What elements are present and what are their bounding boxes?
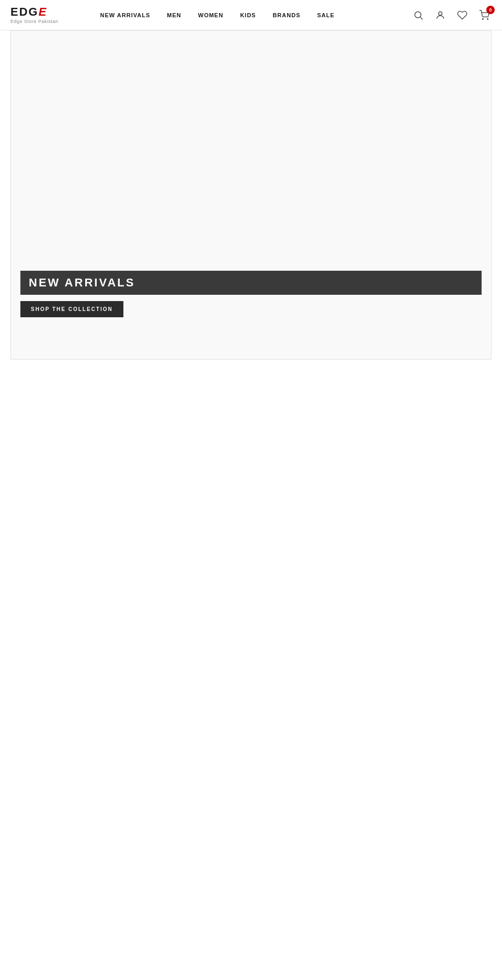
svg-point-4 (487, 18, 488, 19)
search-icon (413, 10, 424, 20)
svg-point-2 (439, 11, 442, 15)
below-hero-space (10, 360, 492, 980)
account-icon (435, 10, 446, 20)
svg-point-0 (415, 11, 421, 18)
wishlist-icon (457, 10, 467, 20)
main-content: NEW ARRIVALS SHOP THE COLLECTION (0, 30, 502, 980)
cart-badge: 0 (486, 6, 495, 14)
nav-item-men[interactable]: MEN (167, 12, 181, 18)
nav-item-sale[interactable]: SALE (317, 12, 334, 18)
hero-section: NEW ARRIVALS SHOP THE COLLECTION (10, 30, 492, 360)
hero-badge: NEW ARRIVALS (20, 271, 482, 295)
nav-item-new-arrivals[interactable]: NEW ARRIVALS (100, 12, 151, 18)
header-icons: 0 (411, 8, 492, 22)
cart-wrapper: 0 (477, 8, 492, 22)
logo-subtitle: Edge Store Pakistan (10, 19, 59, 24)
main-nav: NEW ARRIVALS MEN WOMEN KIDS BRANDS SALE (100, 12, 411, 18)
nav-item-women[interactable]: WOMEN (198, 12, 223, 18)
svg-line-1 (420, 17, 423, 19)
search-button[interactable] (411, 8, 426, 22)
wishlist-button[interactable] (455, 8, 470, 22)
logo-text: EDGE (10, 6, 59, 18)
nav-item-kids[interactable]: KIDS (240, 12, 256, 18)
nav-item-brands[interactable]: BRANDS (272, 12, 300, 18)
account-button[interactable] (433, 8, 448, 22)
svg-point-3 (483, 18, 484, 19)
shop-collection-button[interactable]: SHOP THE COLLECTION (20, 301, 123, 317)
site-header: EDGE Edge Store Pakistan NEW ARRIVALS ME… (0, 0, 502, 30)
logo[interactable]: EDGE Edge Store Pakistan (10, 6, 59, 24)
